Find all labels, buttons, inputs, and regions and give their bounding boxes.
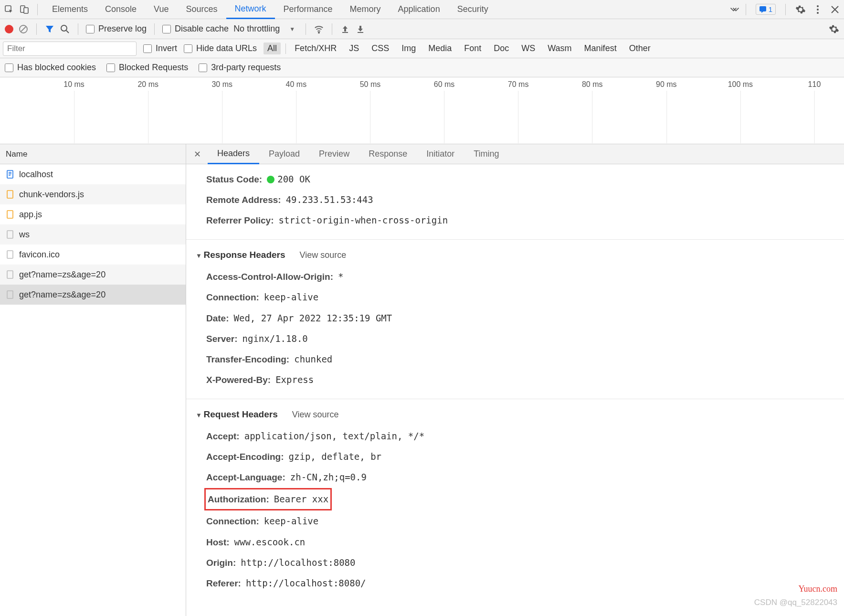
detail-tab-response[interactable]: Response <box>359 144 417 164</box>
header-value: keep-alive <box>264 292 318 302</box>
detail-tab-headers[interactable]: Headers <box>208 144 259 164</box>
separator <box>746 4 746 15</box>
gear-icon[interactable] <box>795 4 806 15</box>
section-title[interactable]: Response Headers <box>196 246 285 264</box>
svg-rect-15 <box>7 231 13 238</box>
name-column-header[interactable]: Name <box>0 144 186 164</box>
timeline-tick: 10 ms <box>63 80 84 89</box>
type-filter-js[interactable]: JS <box>345 42 363 54</box>
request-row[interactable]: ws <box>0 224 186 244</box>
header-key: Access-Control-Allow-Origin: <box>206 272 333 282</box>
header-key: Date: <box>206 313 229 323</box>
view-source-link[interactable]: View source <box>300 247 347 263</box>
tab-sources[interactable]: Sources <box>177 0 226 19</box>
request-details: ✕ HeadersPayloadPreviewResponseInitiator… <box>186 144 844 616</box>
header-value: 200 OK <box>277 174 310 184</box>
tab-vue[interactable]: Vue <box>145 0 177 19</box>
timeline-tick: 50 ms <box>360 80 381 89</box>
section-title[interactable]: Request Headers <box>196 406 278 423</box>
type-filter-other[interactable]: Other <box>625 42 654 54</box>
header-key: Connection: <box>206 292 259 302</box>
request-row[interactable]: localhost <box>0 164 186 184</box>
preserve-log-checkbox[interactable]: Preserve log <box>86 24 147 34</box>
throttling-select[interactable]: No throttling <box>233 24 282 34</box>
hide-data-urls-checkbox[interactable]: Hide data URLs <box>184 43 257 53</box>
detail-tab-initiator[interactable]: Initiator <box>417 144 464 164</box>
view-source-link[interactable]: View source <box>292 406 339 423</box>
close-icon[interactable] <box>830 4 840 15</box>
disable-cache-checkbox[interactable]: Disable cache <box>162 24 229 34</box>
has-blocked-cookies-checkbox[interactable]: Has blocked cookies <box>5 63 96 73</box>
type-filter-media[interactable]: Media <box>424 42 455 54</box>
request-name: app.js <box>19 210 42 220</box>
download-har-icon[interactable] <box>355 24 366 34</box>
header-key: Server: <box>206 334 238 344</box>
type-filter-ws[interactable]: WS <box>517 42 539 54</box>
tab-application[interactable]: Application <box>390 0 449 19</box>
type-filter-doc[interactable]: Doc <box>490 42 513 54</box>
search-icon[interactable] <box>60 24 70 34</box>
type-filter-img[interactable]: Img <box>398 42 420 54</box>
detail-tab-preview[interactable]: Preview <box>309 144 359 164</box>
header-value: www.escook.cn <box>234 537 306 547</box>
detail-tab-timing[interactable]: Timing <box>464 144 508 164</box>
type-filter-css[interactable]: CSS <box>368 42 393 54</box>
header-row: Transfer-Encoding:chunked <box>186 349 844 370</box>
header-row: Connection:keep-alive <box>186 511 844 531</box>
filter-input[interactable] <box>3 42 137 56</box>
kebab-icon[interactable] <box>812 4 823 15</box>
type-filter-manifest[interactable]: Manifest <box>580 42 621 54</box>
network-conditions-icon[interactable] <box>314 24 324 34</box>
type-filter-wasm[interactable]: Wasm <box>544 42 575 54</box>
svg-point-6 <box>817 12 819 14</box>
header-key: Accept: <box>206 431 240 441</box>
blocked-requests-checkbox[interactable]: Blocked Requests <box>106 63 188 73</box>
request-name: ws <box>19 230 30 240</box>
tab-memory[interactable]: Memory <box>341 0 390 19</box>
detail-tab-payload[interactable]: Payload <box>259 144 309 164</box>
disable-cache-label: Disable cache <box>175 24 229 34</box>
request-row[interactable]: chunk-vendors.js <box>0 184 186 204</box>
tab-elements[interactable]: Elements <box>43 0 96 19</box>
svg-rect-2 <box>24 8 28 13</box>
upload-har-icon[interactable] <box>340 24 350 34</box>
invert-checkbox[interactable]: Invert <box>143 43 177 53</box>
tab-console[interactable]: Console <box>96 0 145 19</box>
gear-icon[interactable] <box>829 24 839 34</box>
device-toggle-icon[interactable] <box>19 4 30 15</box>
request-row[interactable]: get?name=zs&age=20 <box>0 265 186 285</box>
tab-security[interactable]: Security <box>449 0 497 19</box>
request-name: chunk-vendors.js <box>19 190 84 200</box>
tab-network[interactable]: Network <box>226 0 275 19</box>
header-key: Host: <box>206 537 230 547</box>
request-row[interactable]: get?name=zs&age=20 <box>0 285 186 305</box>
more-tabs-icon[interactable] <box>729 4 740 15</box>
type-filter-font[interactable]: Font <box>460 42 485 54</box>
inspect-icon[interactable] <box>4 4 14 15</box>
preserve-log-label: Preserve log <box>98 24 147 34</box>
invert-label: Invert <box>156 43 177 53</box>
third-party-checkbox[interactable]: 3rd-party requests <box>199 63 281 73</box>
timeline-overview[interactable]: 10 ms20 ms30 ms40 ms50 ms60 ms70 ms80 ms… <box>0 77 844 144</box>
request-row[interactable]: app.js <box>0 204 186 224</box>
type-filter-all[interactable]: All <box>264 42 281 54</box>
file-icon <box>6 270 14 279</box>
file-icon <box>6 210 14 219</box>
header-key: Status Code: <box>206 174 262 184</box>
header-row: Referer:http://localhost:8080/ <box>186 573 844 594</box>
chevron-down-icon[interactable]: ▼ <box>286 26 298 32</box>
header-value: * <box>338 271 343 282</box>
header-value: Bearer xxx <box>274 494 328 504</box>
tab-performance[interactable]: Performance <box>275 0 341 19</box>
type-filter-fetchxhr[interactable]: Fetch/XHR <box>291 42 340 54</box>
record-button[interactable] <box>5 25 13 33</box>
filter-icon[interactable] <box>44 24 55 34</box>
issues-badge[interactable]: 1 <box>756 4 776 15</box>
header-row: Accept-Language:zh-CN,zh;q=0.9 <box>186 467 844 488</box>
request-row[interactable]: favicon.ico <box>0 244 186 265</box>
close-details-icon[interactable]: ✕ <box>189 149 206 159</box>
clear-icon[interactable] <box>18 24 29 34</box>
separator <box>78 23 78 35</box>
svg-rect-13 <box>7 191 13 198</box>
status-dot-icon <box>267 176 274 183</box>
